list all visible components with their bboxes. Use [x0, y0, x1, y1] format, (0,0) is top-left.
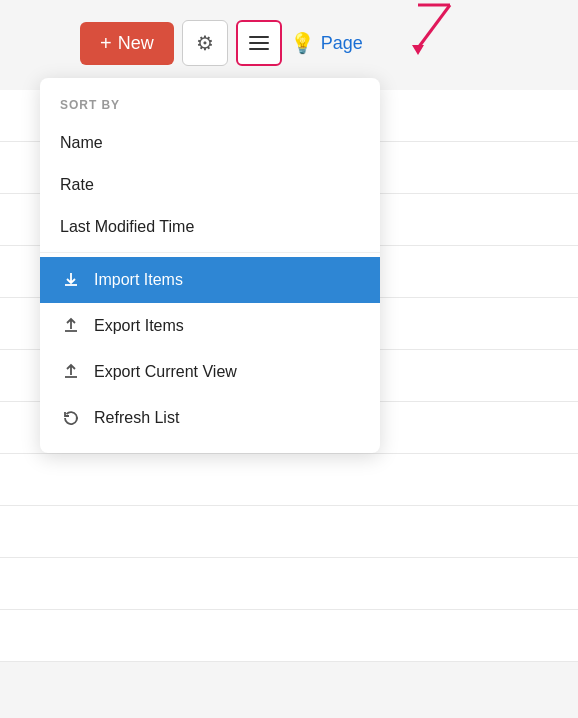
menu-item-export[interactable]: Export Items: [40, 303, 380, 349]
list-row: [0, 610, 578, 662]
menu-item-refresh[interactable]: Refresh List: [40, 395, 380, 441]
arrow-annotation: [378, 0, 458, 60]
sort-by-label: SORT BY: [40, 90, 380, 122]
menu-item-export-label: Export Items: [94, 317, 184, 335]
list-row: [0, 506, 578, 558]
export-view-icon: [60, 361, 82, 383]
menu-item-import[interactable]: Import Items: [40, 257, 380, 303]
svg-line-0: [418, 5, 450, 48]
new-button-label: New: [118, 33, 154, 54]
plus-icon: +: [100, 32, 112, 55]
menu-item-import-label: Import Items: [94, 271, 183, 289]
page-button[interactable]: 💡 Page: [290, 31, 363, 55]
menu-item-rate-label: Rate: [60, 176, 94, 194]
menu-item-last-modified[interactable]: Last Modified Time: [40, 206, 380, 248]
list-row: [0, 454, 578, 506]
new-button[interactable]: + New: [80, 22, 174, 65]
svg-marker-1: [412, 45, 424, 55]
menu-item-export-view-label: Export Current View: [94, 363, 237, 381]
dropdown-menu: SORT BY Name Rate Last Modified Time Imp…: [40, 78, 380, 453]
menu-button[interactable]: [236, 20, 282, 66]
menu-item-refresh-label: Refresh List: [94, 409, 179, 427]
actions-section: Import Items Export Items Export Current…: [40, 252, 380, 441]
menu-item-export-view[interactable]: Export Current View: [40, 349, 380, 395]
menu-item-name-label: Name: [60, 134, 103, 152]
gear-button[interactable]: ⚙: [182, 20, 228, 66]
hamburger-icon: [249, 36, 269, 50]
import-icon: [60, 269, 82, 291]
menu-item-last-modified-label: Last Modified Time: [60, 218, 194, 236]
menu-item-name[interactable]: Name: [40, 122, 380, 164]
export-icon: [60, 315, 82, 337]
toolbar: + New ⚙ 💡 Page: [80, 20, 363, 66]
lightbulb-icon: 💡: [290, 31, 315, 55]
menu-item-rate[interactable]: Rate: [40, 164, 380, 206]
gear-icon: ⚙: [196, 31, 214, 55]
list-row: [0, 558, 578, 610]
refresh-icon: [60, 407, 82, 429]
page-button-label: Page: [321, 33, 363, 54]
